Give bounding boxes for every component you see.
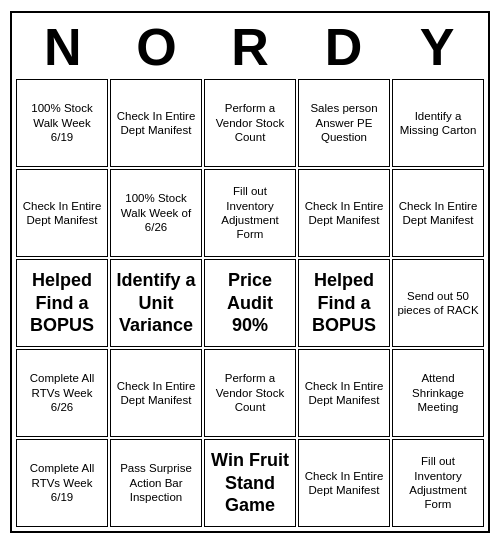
bingo-cell-text: Check In Entire Dept Manifest bbox=[303, 199, 385, 228]
bingo-cell-22[interactable]: Win Fruit Stand Game bbox=[204, 439, 296, 527]
bingo-cell-text: Helped Find a BOPUS bbox=[303, 269, 385, 337]
bingo-cell-21[interactable]: Pass Surprise Action Bar Inspection bbox=[110, 439, 202, 527]
bingo-cell-15[interactable]: Complete All RTVs Week 6/26 bbox=[16, 349, 108, 437]
bingo-letter-o: O bbox=[110, 17, 204, 77]
bingo-cell-2[interactable]: Perform a Vendor Stock Count bbox=[204, 79, 296, 167]
bingo-cell-text: Check In Entire Dept Manifest bbox=[21, 199, 103, 228]
bingo-cell-23[interactable]: Check In Entire Dept Manifest bbox=[298, 439, 390, 527]
bingo-cell-text: Price Audit 90% bbox=[209, 269, 291, 337]
bingo-cell-6[interactable]: 100% Stock Walk Week of 6/26 bbox=[110, 169, 202, 257]
bingo-cell-text: Perform a Vendor Stock Count bbox=[209, 371, 291, 414]
bingo-cell-3[interactable]: Sales person Answer PE Question bbox=[298, 79, 390, 167]
bingo-card: NORDY 100% Stock Walk Week 6/19Check In … bbox=[10, 11, 490, 533]
bingo-cell-text: Send out 50 pieces of RACK bbox=[397, 289, 479, 318]
bingo-cell-text: Check In Entire Dept Manifest bbox=[397, 199, 479, 228]
bingo-cell-text: Pass Surprise Action Bar Inspection bbox=[115, 461, 197, 504]
bingo-cell-0[interactable]: 100% Stock Walk Week 6/19 bbox=[16, 79, 108, 167]
bingo-cell-4[interactable]: Identify a Missing Carton bbox=[392, 79, 484, 167]
bingo-cell-16[interactable]: Check In Entire Dept Manifest bbox=[110, 349, 202, 437]
bingo-cell-8[interactable]: Check In Entire Dept Manifest bbox=[298, 169, 390, 257]
bingo-grid: 100% Stock Walk Week 6/19Check In Entire… bbox=[16, 79, 484, 527]
bingo-letter-y: Y bbox=[390, 17, 484, 77]
bingo-letter-d: D bbox=[297, 17, 391, 77]
bingo-cell-text: Identify a Missing Carton bbox=[397, 109, 479, 138]
bingo-cell-text: Check In Entire Dept Manifest bbox=[303, 469, 385, 498]
bingo-cell-5[interactable]: Check In Entire Dept Manifest bbox=[16, 169, 108, 257]
bingo-cell-14[interactable]: Send out 50 pieces of RACK bbox=[392, 259, 484, 347]
bingo-cell-19[interactable]: Attend Shrinkage Meeting bbox=[392, 349, 484, 437]
bingo-cell-text: Fill out Inventory Adjustment Form bbox=[397, 454, 479, 512]
bingo-cell-17[interactable]: Perform a Vendor Stock Count bbox=[204, 349, 296, 437]
bingo-cell-text: Fill out Inventory Adjustment Form bbox=[209, 184, 291, 242]
bingo-cell-24[interactable]: Fill out Inventory Adjustment Form bbox=[392, 439, 484, 527]
bingo-cell-7[interactable]: Fill out Inventory Adjustment Form bbox=[204, 169, 296, 257]
bingo-cell-text: Complete All RTVs Week 6/19 bbox=[21, 461, 103, 504]
bingo-cell-text: 100% Stock Walk Week 6/19 bbox=[21, 101, 103, 144]
bingo-letter-r: R bbox=[203, 17, 297, 77]
bingo-cell-text: Identify a Unit Variance bbox=[115, 269, 197, 337]
bingo-cell-1[interactable]: Check In Entire Dept Manifest bbox=[110, 79, 202, 167]
bingo-cell-text: Check In Entire Dept Manifest bbox=[115, 109, 197, 138]
bingo-cell-text: Helped Find a BOPUS bbox=[21, 269, 103, 337]
bingo-cell-text: Win Fruit Stand Game bbox=[209, 449, 291, 517]
bingo-cell-11[interactable]: Identify a Unit Variance bbox=[110, 259, 202, 347]
bingo-cell-12[interactable]: Price Audit 90% bbox=[204, 259, 296, 347]
bingo-cell-text: 100% Stock Walk Week of 6/26 bbox=[115, 191, 197, 234]
bingo-cell-text: Attend Shrinkage Meeting bbox=[397, 371, 479, 414]
bingo-cell-text: Perform a Vendor Stock Count bbox=[209, 101, 291, 144]
bingo-cell-20[interactable]: Complete All RTVs Week 6/19 bbox=[16, 439, 108, 527]
bingo-cell-10[interactable]: Helped Find a BOPUS bbox=[16, 259, 108, 347]
bingo-cell-text: Complete All RTVs Week 6/26 bbox=[21, 371, 103, 414]
bingo-cell-text: Check In Entire Dept Manifest bbox=[303, 379, 385, 408]
bingo-cell-text: Check In Entire Dept Manifest bbox=[115, 379, 197, 408]
bingo-letter-n: N bbox=[16, 17, 110, 77]
bingo-cell-18[interactable]: Check In Entire Dept Manifest bbox=[298, 349, 390, 437]
bingo-cell-9[interactable]: Check In Entire Dept Manifest bbox=[392, 169, 484, 257]
bingo-cell-13[interactable]: Helped Find a BOPUS bbox=[298, 259, 390, 347]
bingo-header: NORDY bbox=[16, 17, 484, 77]
bingo-cell-text: Sales person Answer PE Question bbox=[303, 101, 385, 144]
